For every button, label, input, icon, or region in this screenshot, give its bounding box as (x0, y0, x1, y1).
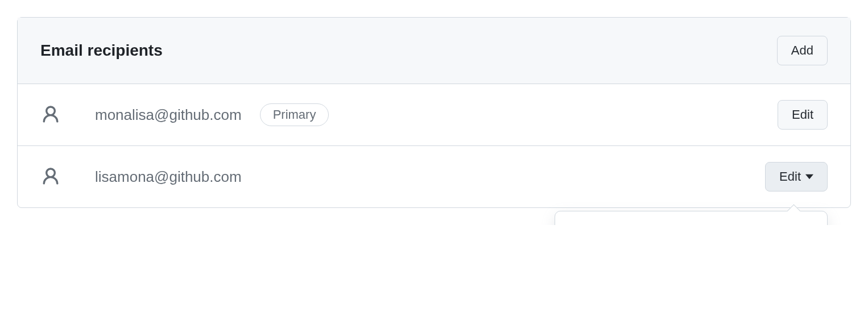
edit-button-label: Edit (792, 107, 813, 122)
email-recipients-panel: Email recipients Add monalisa@github.com… (17, 17, 851, 208)
caret-down-icon (805, 174, 813, 180)
edit-button[interactable]: Edit (778, 100, 828, 130)
panel-title: Email recipients (40, 41, 163, 60)
recipient-email: lisamona@github.com (95, 168, 242, 186)
edit-dropdown-button[interactable]: Edit (765, 162, 828, 192)
add-button[interactable]: Add (777, 36, 828, 65)
edit-dropdown-menu: Mark as primary Remove (555, 211, 828, 225)
edit-button-label: Edit (779, 169, 801, 184)
primary-badge: Primary (260, 103, 329, 126)
person-icon (40, 105, 68, 125)
person-icon (40, 166, 68, 187)
panel-header: Email recipients Add (18, 18, 850, 84)
add-button-label: Add (791, 43, 813, 58)
recipient-row: monalisa@github.com Primary Edit (18, 84, 850, 146)
recipient-row: lisamona@github.com Edit Mark as primary… (18, 146, 850, 207)
mark-as-primary-item[interactable]: Mark as primary (562, 220, 820, 225)
recipient-email: monalisa@github.com (95, 106, 242, 124)
